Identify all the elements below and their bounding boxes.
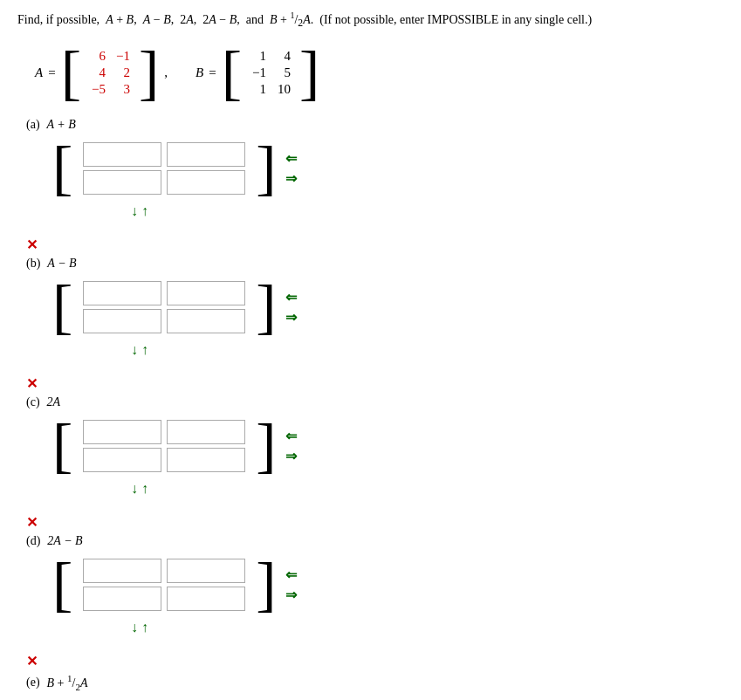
- part-e-x-mark: ✕: [26, 654, 38, 669]
- matrix-b-definition: B = [ 1 4 −1 5 1 10 ]: [196, 45, 319, 100]
- part-d-down-up: ↓ ↑: [131, 620, 724, 635]
- part-a-arrow-down[interactable]: ↓: [131, 203, 138, 219]
- part-c-x-mark: ✕: [26, 376, 38, 391]
- part-b-arrow-left[interactable]: ⇐: [285, 289, 297, 305]
- part-a: (a) A + B [ ] ⇐ ⇒ ↓ ↑: [26, 118, 724, 219]
- bracket-left-b: [: [222, 45, 242, 100]
- part-a-r2c2[interactable]: [167, 170, 245, 195]
- part-d-arrow-down[interactable]: ↓: [131, 620, 138, 635]
- answer-bracket-right-d: ]: [256, 557, 276, 612]
- part-d-grid: [78, 555, 250, 614]
- answer-bracket-right-b: ]: [256, 279, 276, 334]
- part-c-grid: [78, 416, 250, 476]
- matrix-a-values: 6 −1 4 2 −5 3: [86, 47, 134, 99]
- part-a-arrow-right[interactable]: ⇒: [285, 170, 297, 187]
- bracket-right-a: ]: [139, 45, 159, 100]
- part-d-x-mark: ✕: [26, 515, 38, 530]
- part-d-arrow-left[interactable]: ⇐: [285, 566, 297, 583]
- matrix-a-definition: A = [ 6 −1 4 2 −5 3 ] ,: [35, 45, 178, 100]
- bracket-left-a: [: [61, 45, 81, 100]
- part-c-arrow-left[interactable]: ⇐: [285, 428, 297, 444]
- problem-statement: Find, if possible, A + B, A − B, 2A, 2A …: [17, 9, 724, 31]
- part-d: (d) 2A − B [ ] ⇐ ⇒ ↓ ↑: [26, 534, 724, 635]
- part-b-arrow-up[interactable]: ↑: [141, 342, 148, 358]
- part-d-r2c1[interactable]: [83, 587, 161, 611]
- matrix-b-values: 1 4 −1 5 1 10: [247, 47, 294, 99]
- part-b-label: (b) A − B: [26, 257, 724, 271]
- part-d-r2c2[interactable]: [167, 587, 245, 611]
- part-c-r2c1[interactable]: [83, 448, 161, 472]
- part-a-r1c1[interactable]: [83, 142, 161, 167]
- part-b-r1c1[interactable]: [83, 281, 161, 305]
- part-d-arrow-right[interactable]: ⇒: [285, 587, 297, 603]
- matrix-a-label: A: [35, 65, 43, 80]
- part-c-arrow-up[interactable]: ↑: [141, 481, 148, 497]
- answer-bracket-left-b: [: [52, 279, 72, 334]
- answer-bracket-right-c: ]: [256, 418, 276, 473]
- part-b-arrow-down[interactable]: ↓: [131, 342, 138, 358]
- part-c-arrow-right[interactable]: ⇒: [285, 448, 297, 464]
- part-d-arrow-up[interactable]: ↑: [141, 620, 148, 635]
- answer-bracket-left-a: [: [52, 141, 72, 196]
- part-b-x-mark: ✕: [26, 237, 38, 252]
- part-c-label: (c) 2A: [26, 395, 724, 409]
- part-b-answer: [ ] ⇐ ⇒: [52, 278, 724, 337]
- part-c-arrows: ⇐ ⇒: [285, 428, 297, 464]
- part-d-answer: [ ] ⇐ ⇒: [52, 555, 724, 614]
- part-b-down-up: ↓ ↑: [131, 342, 724, 358]
- part-b-r1c2[interactable]: [167, 281, 245, 305]
- part-c: (c) 2A [ ] ⇐ ⇒ ↓ ↑: [26, 395, 724, 497]
- part-c-down-up: ↓ ↑: [131, 481, 724, 497]
- part-c-answer: [ ] ⇐ ⇒: [52, 416, 724, 476]
- matrices-definition: A = [ 6 −1 4 2 −5 3 ] , B = [ 1 4: [35, 45, 724, 100]
- part-a-answer: [ ] ⇐ ⇒: [52, 139, 724, 198]
- part-a-grid: [78, 139, 250, 198]
- part-b-r2c1[interactable]: [83, 309, 161, 333]
- answer-bracket-right-a: ]: [256, 141, 276, 196]
- part-a-label: (a) A + B: [26, 118, 724, 132]
- part-b-arrows: ⇐ ⇒: [285, 289, 297, 326]
- part-b: (b) A − B [ ] ⇐ ⇒ ↓ ↑: [26, 257, 724, 358]
- part-c-r1c2[interactable]: [167, 420, 245, 444]
- part-e: (e) B + 1/2A [ ] ⇐: [26, 673, 724, 700]
- and-text: and: [246, 13, 264, 26]
- bracket-right-b: ]: [299, 45, 319, 100]
- part-a-arrow-up[interactable]: ↑: [141, 203, 148, 219]
- matrix-b-label: B: [196, 65, 203, 80]
- part-d-label: (d) 2A − B: [26, 534, 724, 548]
- answer-bracket-left-d: [: [52, 557, 72, 612]
- part-a-arrow-left[interactable]: ⇐: [285, 150, 297, 167]
- part-b-grid: [78, 278, 250, 337]
- part-a-r2c1[interactable]: [83, 170, 161, 195]
- part-b-r2c2[interactable]: [167, 309, 245, 333]
- part-d-r1c1[interactable]: [83, 559, 161, 583]
- part-a-r1c2[interactable]: [167, 142, 245, 167]
- part-a-arrows: ⇐ ⇒: [285, 150, 297, 187]
- part-c-arrow-down[interactable]: ↓: [131, 481, 138, 497]
- part-c-r1c1[interactable]: [83, 420, 161, 444]
- part-b-arrow-right[interactable]: ⇒: [285, 309, 297, 326]
- answer-bracket-left-c: [: [52, 418, 72, 473]
- part-c-r2c2[interactable]: [167, 448, 245, 472]
- part-d-arrows: ⇐ ⇒: [285, 566, 297, 603]
- part-a-down-up: ↓ ↑: [131, 203, 724, 219]
- part-e-label: (e) B + 1/2A: [26, 673, 724, 691]
- part-d-r1c2[interactable]: [167, 559, 245, 583]
